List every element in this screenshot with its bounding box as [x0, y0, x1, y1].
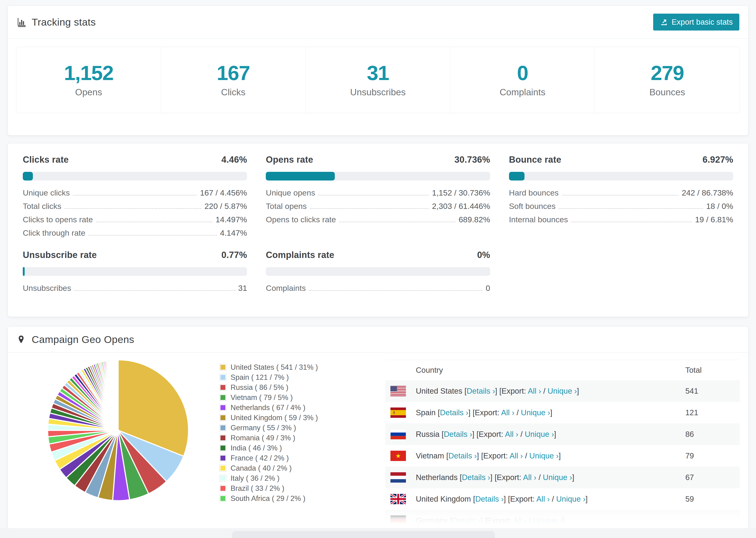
- rate-title: Bounce rate: [509, 155, 561, 165]
- dotted-leader: [559, 208, 703, 209]
- progress-bar: [509, 172, 733, 181]
- rate-stat-row: Unique clicks 167 / 4.456%: [23, 186, 247, 199]
- rate-stat-value: 4.147%: [220, 228, 247, 239]
- legend-swatch: [220, 414, 226, 421]
- dotted-leader: [73, 195, 197, 195]
- geo-title: Campaign Geo Opens: [32, 334, 134, 345]
- rate-stat-label: Complaints: [266, 284, 306, 295]
- export-unique-link[interactable]: Unique ›: [525, 430, 554, 439]
- legend-item-vietnam[interactable]: Vietnam ( 79 / 5% ): [220, 393, 318, 403]
- pie-slice-other-45[interactable]: [117, 360, 118, 430]
- rate-block-clicks-rate: Clicks rate 4.46% Unique clicks 167 / 4.…: [23, 155, 247, 239]
- rate-stat-row: Clicks to opens rate 14.497%: [23, 212, 247, 226]
- stat-cell-unsubscribes: 31 Unsubscribes: [306, 47, 450, 113]
- stat-label: Complaints: [500, 87, 545, 97]
- legend-swatch: [220, 455, 226, 461]
- bar-chart-icon: [17, 17, 27, 27]
- flag-us: [391, 386, 406, 396]
- export-unique-link[interactable]: Unique ›: [529, 452, 559, 460]
- geo-table-header: Country Total: [385, 360, 740, 380]
- rate-percent: 0%: [477, 250, 490, 260]
- dotted-leader: [88, 235, 217, 236]
- rate-stat-row: Total clicks 220 / 5.87%: [23, 199, 247, 212]
- export-all-link[interactable]: All ›: [513, 516, 526, 525]
- rate-stat-label: Total opens: [266, 202, 307, 212]
- total-cell: 86: [685, 430, 740, 439]
- rate-stat-value: 220 / 5.87%: [204, 202, 247, 212]
- geo-table-row-russia: Russia [Details ›] [Export: All › / Uniq…: [385, 423, 740, 445]
- legend-label: Russia ( 86 / 5% ): [231, 383, 288, 392]
- geo-header: Campaign Geo Opens: [8, 327, 748, 353]
- tracking-stats-card: Tracking stats Export basic stats 1,152 …: [8, 5, 748, 135]
- legend-item-india[interactable]: India ( 46 / 3% ): [220, 443, 318, 453]
- legend-item-italy[interactable]: Italy ( 36 / 2% ): [220, 473, 318, 483]
- rate-stat-row: Complaints 0: [266, 281, 490, 295]
- export-all-link[interactable]: All ›: [510, 452, 523, 460]
- legend-label: Germany ( 55 / 3% ): [231, 424, 296, 432]
- total-cell: 121: [685, 408, 740, 417]
- rate-stat-label: Unsubscribes: [23, 284, 71, 295]
- legend-swatch: [220, 404, 226, 411]
- legend-item-south-africa[interactable]: South Africa ( 29 / 2% ): [220, 493, 318, 504]
- details-link[interactable]: Details ›: [466, 387, 495, 395]
- export-unique-link[interactable]: Unique ›: [521, 408, 550, 417]
- legend-item-united-kingdom[interactable]: United Kingdom ( 59 / 3% ): [220, 413, 318, 423]
- stat-value: 1,152: [64, 63, 113, 83]
- export-all-link[interactable]: All ›: [528, 387, 541, 395]
- stat-value: 279: [651, 63, 684, 83]
- rate-stat-value: 18 / 0%: [706, 202, 733, 212]
- country-cell: Russia [Details ›] [Export: All › / Uniq…: [416, 430, 556, 439]
- export-all-link[interactable]: All ›: [505, 430, 518, 439]
- legend-item-netherlands[interactable]: Netherlands ( 67 / 4% ): [220, 403, 318, 413]
- rate-stat-value: 0: [486, 284, 490, 295]
- legend-item-romania[interactable]: Romania ( 49 / 3% ): [220, 433, 318, 443]
- dotted-leader: [96, 222, 212, 222]
- details-link[interactable]: Details ›: [440, 408, 468, 417]
- details-link[interactable]: Details ›: [462, 473, 490, 482]
- legend-item-united-states[interactable]: United States ( 541 / 31% ): [220, 362, 318, 372]
- legend-item-spain[interactable]: Spain ( 121 / 7% ): [220, 372, 318, 382]
- rate-stat-value: 31: [238, 284, 247, 295]
- export-unique-link[interactable]: Unique ›: [533, 516, 562, 525]
- rate-percent: 0.77%: [221, 250, 247, 260]
- export-basic-stats-button[interactable]: Export basic stats: [653, 14, 739, 30]
- legend-item-russia[interactable]: Russia ( 86 / 5% ): [220, 382, 318, 393]
- legend-item-germany[interactable]: Germany ( 55 / 3% ): [220, 423, 318, 433]
- rate-stat-label: Unique opens: [266, 188, 315, 199]
- export-all-link[interactable]: All ›: [536, 495, 550, 503]
- total-column-header: Total: [685, 366, 740, 375]
- country-cell: Vietnam [Details ›] [Export: All › / Uni…: [416, 452, 561, 460]
- details-link[interactable]: Details ›: [475, 495, 504, 503]
- country-cell: Germany [Details ›] [Export: All › / Uni…: [416, 516, 565, 525]
- rate-title: Opens rate: [266, 155, 313, 165]
- rate-stat-row: Hard bounces 242 / 86.738%: [509, 186, 733, 199]
- legend-item-brazil[interactable]: Brazil ( 33 / 2% ): [220, 483, 318, 493]
- details-link[interactable]: Details ›: [449, 452, 477, 460]
- stat-cell-clicks: 167 Clicks: [161, 47, 306, 113]
- rate-stat-row: Unsubscribes 31: [23, 281, 247, 295]
- stat-value: 31: [367, 63, 389, 83]
- export-all-link[interactable]: All ›: [501, 408, 514, 417]
- legend-swatch: [220, 364, 226, 371]
- progress-fill: [266, 172, 335, 181]
- legend-swatch: [220, 495, 226, 502]
- tracking-stats-header: Tracking stats Export basic stats: [8, 6, 748, 39]
- legend-swatch: [220, 485, 226, 492]
- geo-table-row-germany: Germany [Details ›] [Export: All › / Uni…: [385, 510, 740, 529]
- rate-title: Unsubscribe rate: [23, 250, 97, 260]
- geo-table-row-united-states: United States [Details ›] [Export: All ›…: [385, 380, 740, 402]
- details-link[interactable]: Details ›: [444, 430, 472, 439]
- export-all-link[interactable]: All ›: [523, 473, 536, 482]
- details-link[interactable]: Details ›: [452, 516, 480, 525]
- rate-stat-label: Total clicks: [23, 202, 61, 212]
- export-unique-link[interactable]: Unique ›: [548, 387, 577, 395]
- legend-label: Brazil ( 33 / 2% ): [231, 484, 284, 493]
- rate-stat-value: 242 / 86.738%: [682, 188, 733, 199]
- geo-opens-pie-chart[interactable]: [41, 353, 195, 508]
- legend-item-france[interactable]: France ( 42 / 2% ): [220, 453, 318, 463]
- export-unique-link[interactable]: Unique ›: [556, 495, 585, 503]
- legend-item-canada[interactable]: Canada ( 40 / 2% ): [220, 463, 318, 473]
- geo-table-row-netherlands: Netherlands [Details ›] [Export: All › /…: [385, 467, 740, 488]
- export-unique-link[interactable]: Unique ›: [543, 473, 572, 482]
- rate-stat-value: 689.82%: [459, 215, 490, 226]
